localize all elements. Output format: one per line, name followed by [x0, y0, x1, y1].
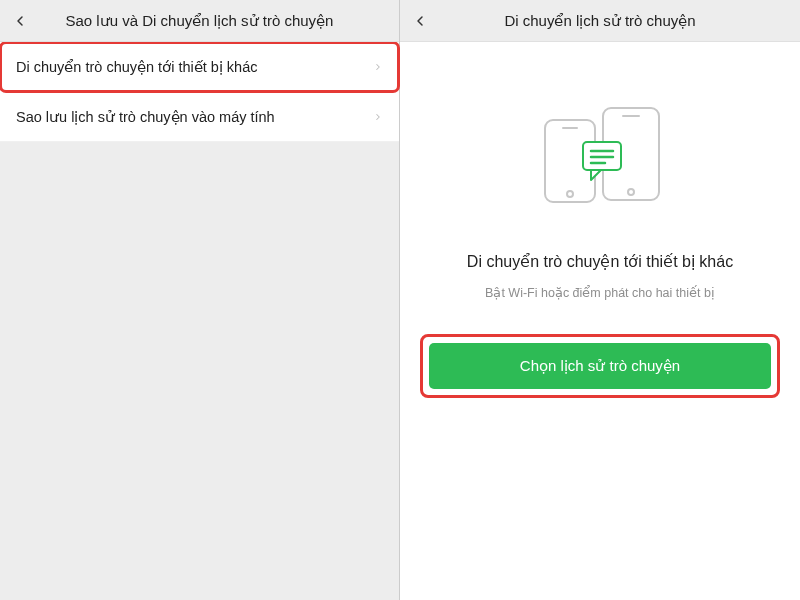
back-button[interactable] — [400, 0, 440, 42]
devices-illustration-icon — [525, 102, 675, 212]
chevron-right-icon — [373, 111, 383, 123]
button-label: Chọn lịch sử trò chuyện — [520, 357, 680, 375]
right-header: Di chuyển lịch sử trò chuyện — [400, 0, 800, 42]
svg-point-2 — [567, 191, 573, 197]
row-migrate-to-device[interactable]: Di chuyển trò chuyện tới thiết bị khác — [0, 42, 399, 92]
svg-point-5 — [628, 189, 634, 195]
row-label: Di chuyển trò chuyện tới thiết bị khác — [16, 59, 258, 75]
highlight-box: Chọn lịch sử trò chuyện — [420, 334, 780, 398]
settings-list: Di chuyển trò chuyện tới thiết bị khác S… — [0, 42, 399, 142]
chevron-left-icon — [412, 13, 428, 29]
right-screen: Di chuyển lịch sử trò chuyện — [400, 0, 800, 600]
row-backup-to-pc[interactable]: Sao lưu lịch sử trò chuyện vào máy tính — [0, 92, 399, 142]
chevron-right-icon — [373, 61, 383, 73]
right-header-title: Di chuyển lịch sử trò chuyện — [400, 12, 800, 30]
row-label: Sao lưu lịch sử trò chuyện vào máy tính — [16, 109, 275, 125]
migrate-title: Di chuyển trò chuyện tới thiết bị khác — [467, 252, 733, 271]
back-button[interactable] — [0, 0, 40, 42]
select-chat-history-button[interactable]: Chọn lịch sử trò chuyện — [429, 343, 771, 389]
left-screen: Sao lưu và Di chuyển lịch sử trò chuyện … — [0, 0, 400, 600]
left-header-title: Sao lưu và Di chuyển lịch sử trò chuyện — [0, 12, 399, 30]
left-empty-area — [0, 142, 399, 600]
chevron-left-icon — [12, 13, 28, 29]
left-header: Sao lưu và Di chuyển lịch sử trò chuyện — [0, 0, 399, 42]
right-content: Di chuyển trò chuyện tới thiết bị khác B… — [400, 42, 800, 600]
migrate-subtitle: Bật Wi-Fi hoặc điểm phát cho hai thiết b… — [485, 285, 715, 300]
